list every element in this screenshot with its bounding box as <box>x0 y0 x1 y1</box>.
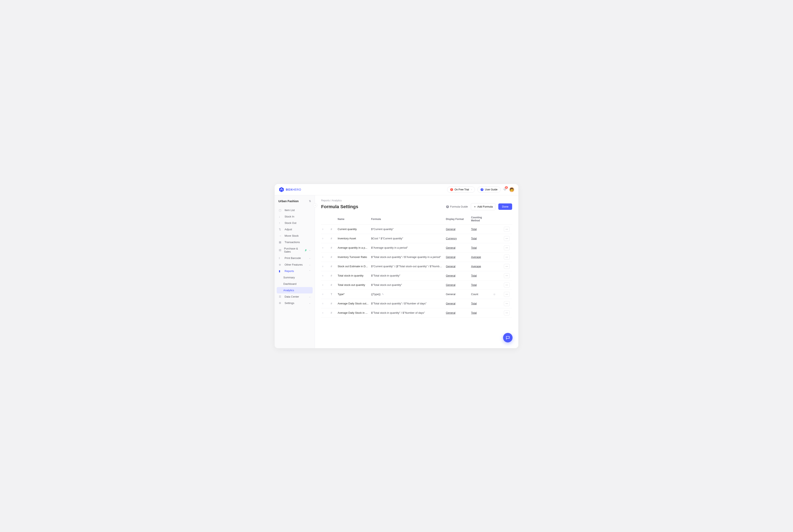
counting-method[interactable]: Total <box>471 311 491 314</box>
formula-name[interactable]: Average quantity in a p... <box>337 246 369 249</box>
formula-expression[interactable]: $"Current quantity" / ($"Total stock-out… <box>371 265 443 268</box>
table-row: ≡#Average Daily Stock out...$"Total stoc… <box>321 299 512 308</box>
formula-expression[interactable]: $"Total stock-in quantity" / $"Number of… <box>371 311 443 314</box>
formula-name[interactable]: Total stock-in quantity <box>337 274 369 277</box>
add-formula-button[interactable]: ＋ Add Formula <box>471 203 496 210</box>
counting-method[interactable]: Total <box>471 302 491 305</box>
sidebar-item-stock-in[interactable]: ↓Stock In <box>277 213 313 220</box>
sidebar-item-dashboard[interactable]: Dashboard <box>277 281 313 287</box>
notifications-button[interactable]: N <box>503 187 507 192</box>
counting-method[interactable]: Total <box>471 246 491 249</box>
alert-icon: ! <box>450 188 453 191</box>
counting-method[interactable]: Total <box>471 228 491 231</box>
formula-expression[interactable]: $"Average quantity in a period" <box>371 246 443 249</box>
sidebar-item-settings[interactable]: ⚙Settings⌄ <box>277 300 313 306</box>
logo[interactable]: BOXHERO <box>279 187 301 192</box>
drag-handle-icon[interactable]: ≡ <box>322 302 328 305</box>
sidebar-item-move-stock[interactable]: →Move Stock <box>277 232 313 239</box>
drag-handle-icon[interactable]: ≡ <box>322 256 328 259</box>
sidebar-item-item-list[interactable]: ▢Item List <box>277 207 313 213</box>
drag-handle-icon[interactable]: ≡ <box>322 228 328 231</box>
sidebar-item-data-center[interactable]: ☰Data Center⌄ <box>277 293 313 300</box>
sidebar-item-transactions[interactable]: ▦Transactions <box>277 239 313 245</box>
drag-handle-icon[interactable]: ≡ <box>322 246 328 249</box>
row-menu-button[interactable]: ⋯ <box>504 236 510 241</box>
chevron-right-icon: › <box>471 188 472 191</box>
sidebar-item-summary[interactable]: Summary <box>277 274 313 281</box>
formula-expression[interactable]: $"Total stock-out quantity" / $"Average … <box>371 255 443 259</box>
col-name: Name <box>337 218 369 221</box>
counting-method[interactable]: Average <box>471 255 491 259</box>
counting-method[interactable]: Total <box>471 237 491 240</box>
formula-expression[interactable]: $"Total stock-out quantity" / $"Number o… <box>371 302 443 305</box>
counting-method[interactable]: Average <box>471 265 491 268</box>
drag-handle-icon[interactable]: ≡ <box>322 265 328 268</box>
formula-table: Name Formula Display Format Counting Met… <box>321 214 512 318</box>
display-format[interactable]: General <box>446 311 468 314</box>
formula-expression[interactable]: $"Current quantity" <box>371 228 443 231</box>
sidebar-item-analytics[interactable]: Analytics <box>277 287 313 293</box>
breadcrumb[interactable]: Reports / Analytics <box>321 199 512 202</box>
collapse-sidebar-button[interactable]: ‹ <box>313 203 317 207</box>
counting-method[interactable]: Total <box>471 283 491 286</box>
row-menu-button[interactable]: ⋯ <box>504 227 510 232</box>
chevron-down-icon: ⌄ <box>309 257 311 259</box>
display-format[interactable]: Currency <box>446 237 468 240</box>
formula-guide-button[interactable]: ? Formula Guide <box>446 205 468 208</box>
sidebar-item-other-features[interactable]: ⊕Other Features⌄ <box>277 262 313 268</box>
formula-name[interactable]: Average Daily Stock in ... <box>337 311 369 314</box>
drag-handle-icon[interactable]: ≡ <box>322 237 328 240</box>
formula-name[interactable]: Inventory Asset <box>337 237 369 240</box>
row-menu-button[interactable]: ⋯ <box>504 255 510 260</box>
row-menu-button[interactable]: ⋯ <box>504 264 510 269</box>
row-menu-button[interactable]: ⋯ <box>504 310 510 315</box>
display-format[interactable]: General <box>446 302 468 305</box>
edit-icon[interactable]: ✎ <box>382 293 384 296</box>
display-format[interactable]: General <box>446 274 468 277</box>
sidebar-item-print-barcode[interactable]: ⦀Print Barcode⌄ <box>277 255 313 262</box>
formula-guide-label: Formula Guide <box>450 205 468 208</box>
user-guide-button[interactable]: ? User Guide <box>478 187 501 193</box>
formula-name[interactable]: Average Daily Stock out... <box>337 302 369 305</box>
display-format[interactable]: General <box>446 228 468 231</box>
plus-icon: ＋ <box>473 205 476 209</box>
formula-expression[interactable]: {{Type}}✎ <box>371 293 443 296</box>
formula-expression[interactable]: $"Total stock-out quantity" <box>371 283 443 286</box>
row-menu-button[interactable]: ⋯ <box>504 273 510 278</box>
drag-handle-icon[interactable]: ≡ <box>322 293 328 296</box>
help-icon: ? <box>481 188 483 191</box>
formula-name[interactable]: Type* <box>337 293 369 296</box>
chat-fab[interactable] <box>503 333 512 342</box>
sidebar-item-label: Reports <box>285 269 294 272</box>
drag-handle-icon[interactable]: ≡ <box>322 274 328 277</box>
formula-expression[interactable]: $"Total stock-in quantity" <box>371 274 443 277</box>
help-icon: ? <box>446 205 449 208</box>
formula-expression[interactable]: $Cost * $"Current quantity" <box>371 237 443 240</box>
avatar[interactable]: 🧑 <box>509 187 514 192</box>
formula-name[interactable]: Stock out Estimate in D... <box>337 265 369 268</box>
logo-icon <box>279 187 284 192</box>
sidebar-item-reports[interactable]: ▮Reports⌃ <box>277 268 313 274</box>
sidebar-item-stock-out[interactable]: ↑Stock Out <box>277 220 313 226</box>
done-button[interactable]: Done <box>498 204 512 210</box>
sidebar-item-adjust[interactable]: ⇅Adjust <box>277 226 313 232</box>
trial-button[interactable]: ! On Free Trial › <box>447 187 475 193</box>
display-format[interactable]: General <box>446 283 468 286</box>
row-menu-button[interactable]: ⋯ <box>504 245 510 250</box>
display-format[interactable]: General <box>446 246 468 249</box>
counting-method[interactable]: Total <box>471 274 491 277</box>
formula-name[interactable]: Total stock-out quantity <box>337 283 369 286</box>
formula-name[interactable]: Inventory Turnover Ratio <box>337 255 369 259</box>
display-format[interactable]: General <box>446 265 468 268</box>
team-switcher[interactable]: Urban Fashion ⇅ <box>277 198 313 206</box>
formula-name[interactable]: Current quantity <box>337 228 369 231</box>
table-row: ≡#Inventory Turnover Ratio$"Total stock-… <box>321 252 512 262</box>
sidebar-item-purchase-sales[interactable]: ▤Purchase & Salesβ⌄ <box>277 245 313 255</box>
display-format[interactable]: General <box>446 255 468 259</box>
drag-handle-icon[interactable]: ≡ <box>322 284 328 286</box>
visibility-icon[interactable]: ⦻ <box>493 293 501 296</box>
row-menu-button[interactable]: ⋯ <box>504 292 510 297</box>
row-menu-button[interactable]: ⋯ <box>504 301 510 306</box>
drag-handle-icon[interactable]: ≡ <box>322 311 328 314</box>
row-menu-button[interactable]: ⋯ <box>504 283 510 287</box>
